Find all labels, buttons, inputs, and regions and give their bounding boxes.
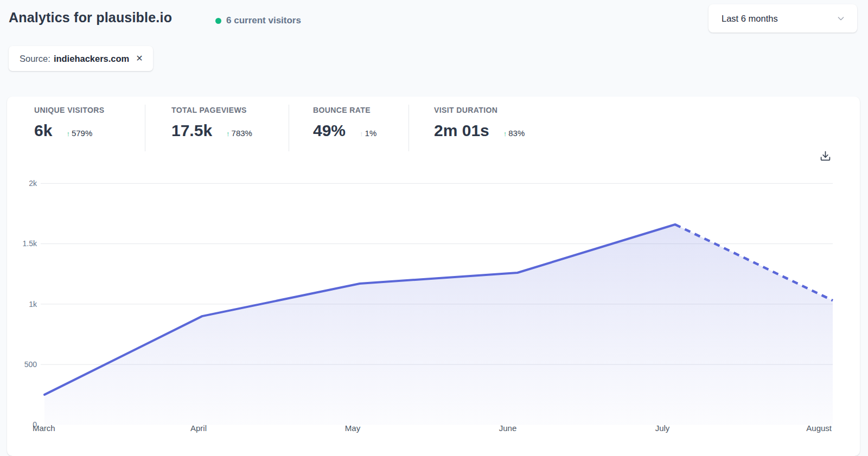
filter-prefix: Source: xyxy=(20,54,50,64)
x-tick-label: July xyxy=(655,423,670,433)
stat-change: ↑579% xyxy=(66,129,92,138)
stat-label: UNIQUE VISITORS xyxy=(34,106,104,114)
y-tick-label: 0 xyxy=(0,419,37,430)
stat-total-pageviews[interactable]: TOTAL PAGEVIEWS 17.5k ↑783% xyxy=(171,106,252,140)
x-tick-label: April xyxy=(190,423,207,433)
chevron-down-icon xyxy=(837,14,845,23)
filter-pill-source[interactable]: Source: indiehackers.com ✕ xyxy=(9,46,153,71)
page-title: Analytics for plausible.io xyxy=(9,10,172,25)
plausible-dashboard: Analytics for plausible.io 6 current vis… xyxy=(0,0,868,456)
stat-value: 2m 01s xyxy=(434,121,489,140)
arrow-up-icon: ↑ xyxy=(66,130,70,138)
x-tick-label: May xyxy=(345,423,360,433)
divider xyxy=(289,105,289,151)
stat-visit-duration[interactable]: VISIT DURATION 2m 01s ↑83% xyxy=(434,106,525,140)
close-icon[interactable]: ✕ xyxy=(136,54,143,63)
divider xyxy=(145,105,145,151)
stat-label: VISIT DURATION xyxy=(434,106,525,114)
x-tick-label: August xyxy=(806,423,832,433)
stat-label: TOTAL PAGEVIEWS xyxy=(171,106,252,114)
current-visitors-label: 6 current visitors xyxy=(226,15,301,26)
arrow-up-icon: ↑ xyxy=(226,130,230,138)
stat-value: 6k xyxy=(34,121,52,140)
period-selector-value: Last 6 months xyxy=(722,14,837,24)
period-selector[interactable]: Last 6 months xyxy=(709,4,857,33)
filter-value: indiehackers.com xyxy=(54,54,129,64)
stat-unique-visitors[interactable]: UNIQUE VISITORS 6k ↑579% xyxy=(34,106,104,140)
live-dot-icon xyxy=(215,18,221,24)
stat-change: ↑1% xyxy=(360,129,376,138)
divider xyxy=(409,105,409,151)
stat-value: 49% xyxy=(313,121,346,140)
y-tick-label: 2k xyxy=(0,178,37,189)
x-tick-label: March xyxy=(33,423,55,433)
download-button[interactable] xyxy=(820,150,834,164)
download-icon xyxy=(820,150,831,162)
stat-value: 17.5k xyxy=(171,121,212,140)
y-tick-label: 1.5k xyxy=(0,238,37,249)
current-visitors: 6 current visitors xyxy=(215,15,301,26)
x-tick-label: June xyxy=(499,423,517,433)
arrow-up-icon: ↑ xyxy=(503,130,507,138)
visitors-area-chart[interactable] xyxy=(33,174,835,436)
y-tick-label: 1k xyxy=(0,299,37,310)
stat-change: ↑783% xyxy=(226,129,252,138)
stat-bounce-rate[interactable]: BOUNCE RATE 49% ↑1% xyxy=(313,106,376,140)
stat-label: BOUNCE RATE xyxy=(313,106,376,114)
y-tick-label: 500 xyxy=(0,359,37,370)
arrow-up-icon: ↑ xyxy=(360,130,363,138)
stat-change: ↑83% xyxy=(503,129,525,138)
